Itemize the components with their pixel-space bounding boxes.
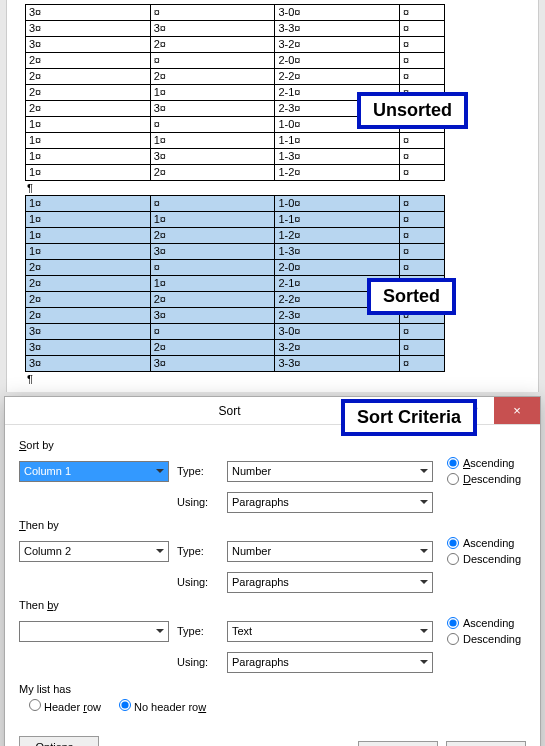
table-cell: ¤ <box>150 5 275 21</box>
type-label: Type: <box>177 625 219 637</box>
table-cell: 2-2¤ <box>275 69 400 85</box>
table-cell: ¤ <box>400 21 445 37</box>
table-cell: 3¤ <box>150 356 275 372</box>
table-cell: 2¤ <box>150 292 275 308</box>
sort-by-type-combo[interactable]: Number <box>227 461 433 482</box>
table-row: 1¤1¤1-1¤¤ <box>26 212 445 228</box>
table-row: 1¤3¤1-3¤¤ <box>26 244 445 260</box>
table-cell: 1¤ <box>26 133 151 149</box>
ascending-radio-3[interactable]: Ascending <box>447 617 521 629</box>
descending-radio-1[interactable]: Descending <box>447 473 521 485</box>
table-cell: ¤ <box>400 196 445 212</box>
ok-button[interactable]: OK <box>358 741 438 746</box>
type-label: Type: <box>177 545 219 557</box>
table-cell: ¤ <box>400 165 445 181</box>
table-cell: 1-1¤ <box>275 133 400 149</box>
table-cell: 3¤ <box>150 101 275 117</box>
table-cell: 1¤ <box>26 117 151 133</box>
table-cell: 2¤ <box>26 292 151 308</box>
table-cell: 3¤ <box>26 5 151 21</box>
callout-sorted: Sorted <box>367 278 456 315</box>
table-cell: ¤ <box>400 340 445 356</box>
sort-dialog: Sort ? × Sort Criteria Sort by Column 1 … <box>4 396 541 746</box>
ascending-radio-1[interactable]: Ascending <box>447 457 521 469</box>
table-cell: 1¤ <box>150 85 275 101</box>
table-cell: ¤ <box>400 244 445 260</box>
table-cell: ¤ <box>400 37 445 53</box>
table-cell: ¤ <box>150 260 275 276</box>
sort-by-using-combo[interactable]: Paragraphs <box>227 492 433 513</box>
then-by-1-type-combo[interactable]: Number <box>227 541 433 562</box>
ascending-radio-2[interactable]: Ascending <box>447 537 521 549</box>
table-cell: 3¤ <box>150 308 275 324</box>
table-cell: ¤ <box>400 53 445 69</box>
using-label: Using: <box>177 576 219 588</box>
callout-unsorted: Unsorted <box>357 92 468 129</box>
table-cell: ¤ <box>400 69 445 85</box>
callout-sort-criteria: Sort Criteria <box>341 399 477 436</box>
table-cell: 3¤ <box>26 340 151 356</box>
table-cell: 2¤ <box>26 276 151 292</box>
table-cell: ¤ <box>400 212 445 228</box>
options-button[interactable]: Options... <box>19 736 99 746</box>
table-row: 1¤2¤1-2¤¤ <box>26 228 445 244</box>
then-by-2-field-combo[interactable] <box>19 621 169 642</box>
table-cell: 1-2¤ <box>275 165 400 181</box>
table-row: 1¤3¤1-3¤¤ <box>26 149 445 165</box>
table-cell: 2-0¤ <box>275 53 400 69</box>
then-by-1-using-combo[interactable]: Paragraphs <box>227 572 433 593</box>
table-row: 3¤¤3-0¤¤ <box>26 5 445 21</box>
descending-radio-3[interactable]: Descending <box>447 633 521 645</box>
table-cell: 3-2¤ <box>275 37 400 53</box>
table-cell: 3-3¤ <box>275 21 400 37</box>
table-cell: 2¤ <box>26 101 151 117</box>
table-row: 3¤¤3-0¤¤ <box>26 324 445 340</box>
table-cell: 3-2¤ <box>275 340 400 356</box>
table-cell: ¤ <box>400 5 445 21</box>
table-cell: ¤ <box>400 260 445 276</box>
table-cell: 1-1¤ <box>275 212 400 228</box>
table-cell: ¤ <box>150 324 275 340</box>
then-by-label-2: Then by <box>19 599 526 611</box>
table-cell: ¤ <box>400 356 445 372</box>
table-cell: 3¤ <box>150 21 275 37</box>
close-button[interactable]: × <box>494 397 540 424</box>
using-label: Using: <box>177 496 219 508</box>
table-cell: ¤ <box>400 324 445 340</box>
table-cell: 1¤ <box>150 276 275 292</box>
table-cell: 1¤ <box>26 165 151 181</box>
descending-radio-2[interactable]: Descending <box>447 553 521 565</box>
table-cell: 2¤ <box>26 53 151 69</box>
table-cell: 3¤ <box>26 37 151 53</box>
table-row: 2¤2¤2-2¤¤ <box>26 69 445 85</box>
table-cell: 3¤ <box>26 21 151 37</box>
header-row-radio[interactable]: Header row <box>29 699 101 713</box>
then-by-2-type-combo[interactable]: Text <box>227 621 433 642</box>
table-cell: ¤ <box>400 133 445 149</box>
then-by-1-field-combo[interactable]: Column 2 <box>19 541 169 562</box>
table-cell: 3-0¤ <box>275 324 400 340</box>
table-cell: 2¤ <box>26 85 151 101</box>
table-cell: 2¤ <box>26 308 151 324</box>
table-cell: ¤ <box>150 117 275 133</box>
table-cell: 1¤ <box>26 212 151 228</box>
table-row: 3¤2¤3-2¤¤ <box>26 37 445 53</box>
table-row: 3¤3¤3-3¤¤ <box>26 21 445 37</box>
table-cell: ¤ <box>400 228 445 244</box>
table-cell: 1¤ <box>150 212 275 228</box>
no-header-row-radio[interactable]: No header row <box>119 699 206 713</box>
then-by-label-1: Then by <box>19 519 526 531</box>
table-cell: ¤ <box>150 53 275 69</box>
table-row: 2¤¤2-0¤¤ <box>26 53 445 69</box>
table-cell: 1¤ <box>26 149 151 165</box>
then-by-2-using-combo[interactable]: Paragraphs <box>227 652 433 673</box>
table-cell: 1-3¤ <box>275 244 400 260</box>
type-label: Type: <box>177 465 219 477</box>
table-row: 1¤1¤1-1¤¤ <box>26 133 445 149</box>
table-cell: 2¤ <box>150 165 275 181</box>
table-cell: ¤ <box>400 149 445 165</box>
table-cell: 2¤ <box>26 260 151 276</box>
sort-by-field-combo[interactable]: Column 1 <box>19 461 169 482</box>
cancel-button[interactable]: Cancel <box>446 741 526 746</box>
table-row: 2¤¤2-0¤¤ <box>26 260 445 276</box>
